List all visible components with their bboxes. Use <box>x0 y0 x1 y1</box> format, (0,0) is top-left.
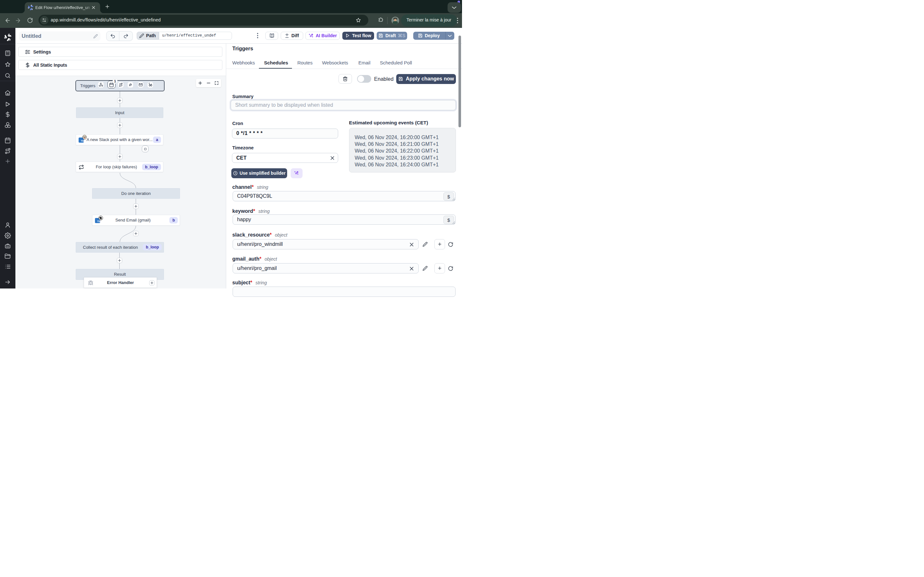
svg-text:TS: TS <box>81 139 84 142</box>
svg-text:TS: TS <box>97 220 100 222</box>
